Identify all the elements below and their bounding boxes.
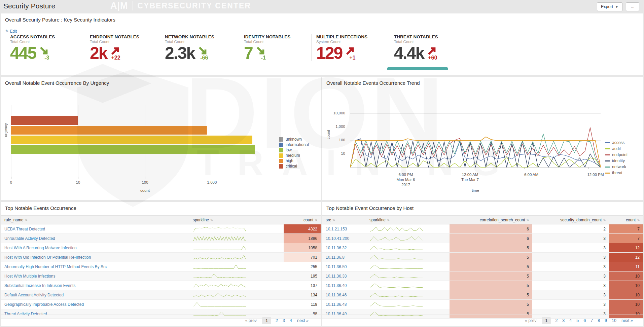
rule-name-link[interactable]: Substantial Increase In Intrusion Events [4, 283, 75, 288]
src-link[interactable]: 10.1.21.153 [326, 227, 347, 231]
export-button[interactable]: Export ▼ [597, 2, 622, 11]
pagination-next[interactable]: next » [621, 318, 633, 323]
sparkline-chart [369, 292, 423, 298]
rule-name-link[interactable]: Geographically Improbable Access Detecte… [4, 302, 84, 307]
legend-item-identity[interactable]: identity [605, 159, 628, 163]
bar-low[interactable] [11, 145, 255, 154]
page-8[interactable]: 8 [598, 318, 600, 323]
kpi-delta: +1 [349, 55, 355, 61]
pagination: « prev12345678910next » [525, 317, 633, 324]
column-header-corr[interactable]: correlation_search_count⇅ [450, 218, 532, 222]
kpi-row-scrollbar[interactable] [387, 67, 448, 70]
dom-cell: 3 [532, 234, 609, 243]
spark-cell [366, 300, 450, 309]
count-cell: 10 [609, 271, 643, 281]
page-1[interactable]: 1 [262, 317, 271, 324]
page-6[interactable]: 6 [583, 318, 586, 323]
column-header-count[interactable]: count⇅ [284, 218, 321, 222]
kpi-value: 7 [244, 45, 253, 61]
legend-swatch [279, 148, 283, 152]
pagination-prev[interactable]: « prev [245, 318, 257, 323]
x-tick-label: 6:00 AM [516, 172, 546, 177]
trend-chart-title: Overall Notable Events Occurrence Trend [326, 80, 420, 86]
logo-text: CYBERSECURITY CENTER [138, 1, 251, 10]
src-link[interactable]: 10.11.36.8 [326, 255, 345, 260]
pagination-prev[interactable]: « prev [525, 318, 537, 323]
legend-label: threat [612, 171, 622, 175]
count-cell: 195 [284, 271, 321, 281]
src-link[interactable]: 10.10.41.200 [326, 236, 349, 241]
column-header-count[interactable]: count⇅ [609, 218, 643, 222]
legend-item-informational[interactable]: informational [279, 143, 309, 147]
page-5[interactable]: 5 [576, 318, 579, 323]
legend-item-high[interactable]: high [279, 159, 309, 163]
src-link[interactable]: 10.11.36.40 [326, 283, 347, 288]
kpi-endpoint-notables[interactable]: ENDPOINT NOTABLESTotal Count2k+22 [85, 34, 160, 61]
src-link[interactable]: 10.11.36.32 [326, 246, 347, 250]
more-actions-button[interactable]: ... [626, 2, 639, 11]
legend-dash [605, 142, 610, 143]
urgency-y-axis-label: urgency [4, 123, 8, 137]
page-2[interactable]: 2 [555, 318, 558, 323]
legend-item-critical[interactable]: critical [279, 164, 309, 169]
legend-item-audit[interactable]: audit [605, 147, 628, 151]
corr-cell: 5 [450, 281, 532, 290]
kpi-threat-notables[interactable]: THREAT NOTABLESTotal Count4.4k+60 [389, 34, 456, 61]
column-header-label: src [326, 218, 331, 222]
table-footer: « prev1234next » [1, 315, 321, 326]
chevron-down-icon: ▼ [615, 5, 618, 9]
column-header-rule_name[interactable]: rule_name⇅ [1, 218, 189, 222]
axis-tick [11, 177, 11, 179]
bar-critical[interactable] [11, 116, 78, 125]
corr-cell: 5 [450, 271, 532, 281]
sort-icon: ⇅ [315, 218, 317, 222]
rule-name-link[interactable]: Host With Old Infection Or Potential Re-… [4, 255, 91, 260]
legend-item-medium[interactable]: medium [279, 153, 309, 158]
pagination-next[interactable]: next » [297, 318, 309, 323]
page-3[interactable]: 3 [562, 318, 565, 323]
count-cell: 10 [609, 290, 643, 299]
page-3[interactable]: 3 [283, 318, 285, 323]
rule-name-link[interactable]: Host With A Recurring Malware Infection [4, 246, 77, 250]
rule-name-link[interactable]: Default Account Activity Detected [4, 293, 64, 297]
page-7[interactable]: 7 [591, 318, 593, 323]
column-header-spark[interactable]: sparkline⇅ [366, 218, 450, 222]
legend-item-endpoint[interactable]: endpoint [605, 153, 628, 157]
bar-high[interactable] [11, 126, 207, 135]
rule_name-cell: Default Account Activity Detected [1, 290, 189, 299]
kpi-identity-notables[interactable]: IDENTITY NOTABLESTotal Count7-1 [239, 34, 311, 61]
rule-name-link[interactable]: Abnormally High Number of HTTP Method Ev… [4, 264, 107, 269]
src-link[interactable]: 10.11.36.33 [326, 274, 347, 279]
spark-cell [366, 281, 450, 290]
bar-medium[interactable] [11, 136, 252, 144]
table-row: Default Account Activity Detected134 [1, 290, 321, 300]
legend-item-access[interactable]: access [605, 141, 628, 145]
page-10[interactable]: 10 [612, 318, 616, 323]
legend-item-unknown[interactable]: unknown [279, 137, 309, 142]
page-2[interactable]: 2 [276, 318, 278, 323]
page-9[interactable]: 9 [605, 318, 607, 323]
src-link[interactable]: 10.11.36.46 [326, 293, 347, 297]
src-link[interactable]: 10.11.36.48 [326, 302, 347, 307]
column-header-dom[interactable]: security_domain_count⇅ [532, 218, 609, 222]
src-link[interactable]: 10.11.36.50 [326, 264, 347, 269]
kpi-network-notables[interactable]: NETWORK NOTABLESTotal Count2.3k-66 [160, 34, 239, 61]
page-4[interactable]: 4 [290, 318, 292, 323]
rule_name-cell: Unroutable Activity Detected [1, 234, 189, 243]
rule-name-link[interactable]: Unroutable Activity Detected [4, 236, 55, 241]
page-1[interactable]: 1 [542, 317, 551, 324]
legend-item-network[interactable]: network [605, 165, 628, 169]
kpi-delta: +60 [428, 55, 437, 61]
legend-item-low[interactable]: low [279, 148, 309, 152]
rule-name-link[interactable]: Host With Multiple Infections [4, 274, 55, 279]
kpi-trend-indicator: +22 [110, 46, 120, 61]
legend-label: identity [612, 159, 625, 163]
rule-name-link[interactable]: UEBA Threat Detected [4, 227, 45, 231]
column-header-src[interactable]: src⇅ [322, 218, 366, 222]
kpi-multiple-infections[interactable]: MULTIPLE INFECTIONSSystem Count129+1 [311, 34, 389, 61]
edit-link[interactable]: ✎ Edit [5, 29, 17, 34]
page-4[interactable]: 4 [569, 318, 572, 323]
kpi-access-notables[interactable]: ACCESS NOTABLESTotal Count445-3 [10, 34, 85, 61]
kpi-trend-indicator: +60 [427, 46, 437, 61]
column-header-spark[interactable]: sparkline⇅ [189, 218, 284, 222]
